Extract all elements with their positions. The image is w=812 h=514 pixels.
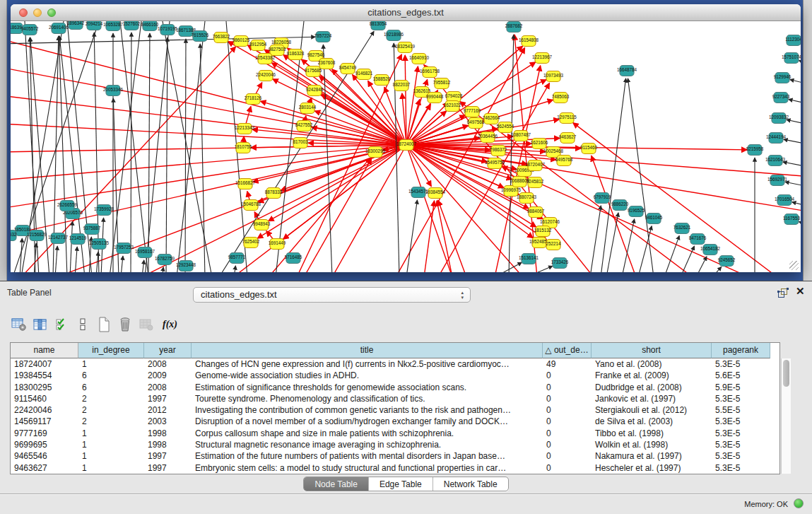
graph-node[interactable]: 8427552: [295, 121, 313, 132]
graph-node[interactable]: 12975115: [557, 113, 577, 124]
graph-node[interactable]: 8471676: [689, 234, 707, 245]
graph-node[interactable]: 20053346: [103, 86, 124, 96]
select-all-icon[interactable]: [52, 315, 71, 334]
delete-table-icon[interactable]: [137, 315, 155, 334]
graph-node[interactable]: 9242848: [306, 86, 324, 96]
table-cell-out_degree[interactable]: 0: [543, 370, 592, 381]
graph-node[interactable]: 7625402: [242, 238, 260, 248]
table-cell-year[interactable]: 2008: [144, 358, 192, 370]
new-document-icon[interactable]: [95, 315, 113, 334]
table-row[interactable]: 911546021997Tourette syndrome. Phenomeno…: [11, 393, 779, 404]
graph-node[interactable]: 252214: [546, 240, 561, 250]
table-cell-pagerank[interactable]: 5.3E-5: [712, 416, 770, 427]
graph-node[interactable]: 16958167: [135, 247, 155, 258]
graph-node[interactable]: 7663822: [213, 33, 230, 43]
graph-node[interactable]: 2094214: [86, 21, 103, 30]
graph-node[interactable]: 16961758: [420, 67, 440, 78]
graph-node[interactable]: 10654182: [700, 245, 721, 255]
table-cell-year[interactable]: 2009: [144, 370, 192, 381]
table-cell-in_degree[interactable]: 2: [78, 416, 144, 427]
table-cell-title[interactable]: Changes of HCN gene expression and I(f) …: [192, 358, 543, 370]
graph-node[interactable]: 9990448: [426, 93, 444, 103]
table-cell-title[interactable]: Embryonic stem cells: a model to study s…: [192, 462, 543, 474]
graph-node[interactable]: 1214519: [69, 234, 87, 245]
graph-node[interactable]: 9196525: [628, 206, 645, 217]
graph-node[interactable]: 16154808: [519, 36, 539, 47]
column-header-short[interactable]: short: [592, 343, 712, 358]
graph-node[interactable]: 8912954: [249, 40, 267, 51]
table-cell-year[interactable]: 1998: [144, 439, 192, 450]
table-cell-short[interactable]: Hescheler et al. (1997): [592, 462, 712, 474]
table-row[interactable]: 1872400712008Changes of HCN gene express…: [11, 358, 779, 370]
table-cell-name[interactable]: 9115460: [11, 393, 78, 404]
graph-node[interactable]: 10543382: [255, 54, 276, 64]
column-header-year[interactable]: year: [144, 343, 192, 358]
graph-node[interactable]: 9886220: [611, 200, 629, 211]
graph-node[interactable]: 1527602: [123, 21, 141, 30]
graph-node[interactable]: 16648784: [617, 66, 637, 76]
table-cell-short[interactable]: Nakamura et al. (1997): [592, 450, 712, 462]
table-cell-short[interactable]: Jankovic et al. (1997): [592, 393, 712, 404]
graph-node[interactable]: 9227343: [772, 93, 790, 103]
table-cell-title[interactable]: Structural magnetic resonance image aver…: [192, 439, 543, 450]
graph-node[interactable]: 19384554: [425, 188, 446, 199]
table-cell-pagerank[interactable]: 5.3E-5: [712, 450, 770, 462]
graph-node[interactable]: 8215958: [746, 145, 764, 156]
table-row[interactable]: 946362711997Embryonic stem cells: a mode…: [11, 462, 779, 474]
graph-node[interactable]: 15751074: [782, 53, 801, 64]
graph-node[interactable]: 6495768: [555, 156, 573, 166]
table-cell-in_degree[interactable]: 6: [78, 370, 144, 381]
graph-node[interactable]: 20691406: [49, 23, 69, 34]
table-cell-out_degree[interactable]: 0: [543, 439, 592, 450]
graph-node[interactable]: 9860125: [233, 36, 250, 47]
table-cell-year[interactable]: 2008: [144, 382, 192, 393]
float-window-icon[interactable]: [777, 288, 789, 298]
table-cell-year[interactable]: 1997: [144, 462, 192, 474]
graph-node[interactable]: 18325419: [395, 42, 416, 53]
column-display-icon[interactable]: [31, 315, 49, 334]
resize-grip-icon[interactable]: [789, 261, 799, 270]
table-cell-name[interactable]: 14569117: [11, 416, 78, 427]
minimize-button[interactable]: [33, 8, 42, 17]
graph-node[interactable]: 2718126: [245, 94, 262, 105]
table-cell-pagerank[interactable]: 5.5E-5: [712, 404, 770, 416]
table-row[interactable]: 977716911998Corpus callosum shape and si…: [11, 428, 779, 439]
table-row[interactable]: 1830029562008Estimation of significance …: [11, 382, 779, 393]
table-cell-year[interactable]: 1997: [144, 393, 192, 404]
table-cell-short[interactable]: Dudbridge et al. (2008): [592, 382, 712, 393]
table-cell-short[interactable]: Franke et al. (2009): [592, 370, 712, 381]
table-cell-out_degree[interactable]: 0: [543, 382, 592, 393]
graph-node[interactable]: 331532: [11, 230, 17, 241]
table-cell-in_degree[interactable]: 2: [78, 404, 144, 416]
table-cell-title[interactable]: Estimation of significance thresholds fo…: [192, 382, 543, 393]
table-cell-out_degree[interactable]: 0: [543, 450, 592, 462]
table-cell-short[interactable]: Yano et al. (2008): [592, 358, 712, 370]
table-cell-short[interactable]: Stergiakouli et al. (2012): [592, 404, 712, 416]
scrollbar-thumb[interactable]: [783, 360, 789, 387]
table-cell-name[interactable]: 18300295: [11, 382, 78, 393]
graph-node[interactable]: 9129946: [774, 73, 792, 83]
graph-node[interactable]: 9884067: [527, 207, 545, 218]
table-cell-pagerank[interactable]: 5.3E-5: [712, 428, 770, 439]
graph-node[interactable]: 7632621: [673, 223, 691, 234]
graph-node[interactable]: 1588520: [373, 75, 391, 86]
graph-node[interactable]: 9405572: [21, 25, 39, 35]
graph-node[interactable]: 7615526: [192, 31, 209, 42]
table-cell-title[interactable]: Disruption of a novel member of a sodium…: [192, 416, 543, 427]
tab-node-table[interactable]: Node Table: [304, 477, 369, 491]
network-window-titlebar[interactable]: citations_edges.txt: [11, 4, 801, 21]
vertical-scrollbar[interactable]: [781, 358, 791, 474]
graph-node[interactable]: 12505135: [89, 239, 110, 250]
graph-node[interactable]: 9777169: [464, 107, 481, 117]
graph-node[interactable]: 12213343: [235, 124, 255, 134]
graph-node[interactable]: 18300295: [365, 147, 386, 158]
table-cell-year[interactable]: 1998: [144, 428, 192, 439]
table-cell-title[interactable]: Corpus callosum shape and size in male p…: [192, 428, 543, 439]
table-row[interactable]: 946554611997Estimation of the future num…: [11, 450, 779, 462]
graph-node[interactable]: 1810755: [235, 143, 252, 153]
tab-edge-table[interactable]: Edge Table: [369, 477, 433, 491]
delete-icon[interactable]: [116, 315, 134, 334]
graph-node[interactable]: 16640910: [409, 54, 430, 64]
table-cell-in_degree[interactable]: 1: [78, 358, 144, 370]
graph-node[interactable]: 9175685: [305, 66, 322, 77]
